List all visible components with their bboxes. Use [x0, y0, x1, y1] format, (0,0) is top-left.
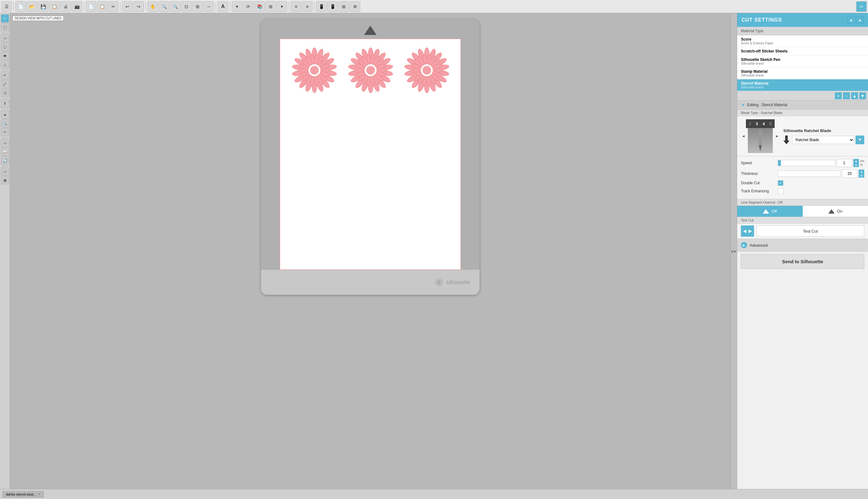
save-button[interactable]: 💾	[38, 1, 48, 12]
scroll-material-down-button[interactable]: ▼	[859, 93, 866, 99]
thickness-label: Thickness	[741, 171, 775, 176]
blade-type-icon	[783, 135, 790, 144]
cut-settings-panel: CUT SETTINGS ▲ ▲ Material Type Score Sco…	[737, 13, 868, 489]
panel2-btn[interactable]: 📖	[1, 148, 9, 156]
blade-num-5: 5	[767, 121, 774, 126]
overcut-off-button[interactable]: Off	[737, 206, 803, 217]
zoom-out-button[interactable]: 🔍	[170, 1, 181, 12]
rounded-rect-tool-btn[interactable]: ▢	[1, 43, 9, 51]
panel-next-button[interactable]: ▲	[856, 16, 864, 24]
poly-tool-btn[interactable]: △	[1, 60, 9, 69]
track-enhancing-checkbox[interactable]	[778, 188, 783, 194]
overcut-on-button[interactable]: On	[803, 206, 868, 217]
double-cut-checkbox[interactable]: ✓	[778, 180, 783, 186]
track-enhancing-row: Track Enhancing	[741, 188, 864, 194]
add-material-button[interactable]: +	[835, 93, 842, 99]
test-cut-navigate-button[interactable]: ◄►	[741, 226, 754, 237]
text-lt-btn[interactable]: T	[1, 100, 9, 108]
zoom-lt-btn[interactable]: 🔍	[1, 119, 9, 127]
thickness-up-button[interactable]: ▲	[859, 170, 864, 174]
redo-button[interactable]: ↪	[133, 1, 144, 12]
material-item-stamp[interactable]: Stamp Material Silhouette brand	[737, 68, 868, 79]
copy-button[interactable]: 📄	[86, 1, 96, 12]
material-item-sketch-pen[interactable]: Silhouette Sketch Pen Silhouette brand	[737, 56, 868, 68]
toolbar-separator-5	[216, 2, 216, 11]
fill-button[interactable]: ✦	[232, 1, 242, 12]
close-tab-button[interactable]: ×	[38, 492, 40, 497]
device2-button[interactable]: 📱	[327, 1, 338, 12]
pencil-tool-btn[interactable]: 🖊	[1, 80, 9, 88]
material-item-score[interactable]: Score Score & Emboss Paper	[737, 35, 868, 47]
align-button[interactable]: ≡	[291, 1, 301, 12]
material-name-stamp: Stamp Material	[741, 69, 864, 74]
speed-slider[interactable]	[778, 160, 835, 166]
text-button[interactable]: A	[218, 1, 228, 12]
file-tab[interactable]: dahlia stencil.stud... ×	[2, 491, 44, 497]
thickness-down-button[interactable]: ▼	[859, 174, 864, 178]
replicate-button[interactable]: ⊞	[265, 1, 276, 12]
collapse-panel-handle[interactable]: ▶▶	[731, 13, 737, 489]
lt-separator-4	[2, 109, 8, 109]
send-to-silhouette-button[interactable]: Send to Silhouette	[741, 254, 864, 269]
panel-prev-button[interactable]: ▲	[847, 16, 855, 24]
eraser-tool-btn[interactable]: ◫	[1, 89, 9, 97]
advanced-row[interactable]: ▶ Advanced	[737, 239, 868, 252]
menu-button[interactable]: ☰	[1, 1, 12, 12]
speed-up-button[interactable]: ▲	[853, 159, 859, 163]
blade-type-select[interactable]: Ratchet Blade	[792, 136, 854, 144]
fill-lt-btn[interactable]: ◈	[1, 111, 9, 119]
toolbar-separator-7	[289, 2, 289, 11]
collapse-icon: ▶▶	[732, 250, 736, 253]
zoom-window-button[interactable]: ⊞	[192, 1, 203, 12]
scroll-material-up-button[interactable]: ▲	[851, 93, 858, 99]
thickness-slider[interactable]	[778, 170, 841, 177]
select-tool-btn[interactable]: ↖	[1, 14, 9, 23]
undo-button[interactable]: ↩	[122, 1, 133, 12]
ellipse-tool-btn[interactable]: ⬬	[1, 51, 9, 60]
modify-button[interactable]: ✦	[277, 1, 287, 12]
align2-button[interactable]: ≡	[302, 1, 313, 12]
zoom-in-button[interactable]: 🔍	[159, 1, 169, 12]
material-item-stencil[interactable]: Stencil Material Silhouette brand	[737, 79, 868, 91]
dahlia-2	[346, 45, 395, 95]
panel-title: CUT SETTINGS	[742, 17, 782, 23]
print2-button[interactable]: 📠	[72, 1, 82, 12]
cut-lt-btn[interactable]: ✂	[1, 128, 9, 136]
blade-next-button[interactable]: ►	[775, 133, 780, 139]
pen-tool-btn[interactable]: ✏	[1, 71, 9, 79]
cut-settings-button[interactable]: ✂	[856, 1, 867, 12]
device-button[interactable]: 📱	[316, 1, 327, 12]
material-sub-score: Score & Emboss Paper	[741, 41, 864, 45]
node-tool-btn[interactable]: ◯	[1, 23, 9, 31]
test-cut-button[interactable]: Test Cut	[757, 226, 864, 237]
settings-button[interactable]: ⚙	[350, 1, 360, 12]
settings-area: Speed 1 ▲ ▼ cm/s Thic	[737, 156, 868, 199]
rotate-button[interactable]: ↔	[204, 1, 214, 12]
trace-button[interactable]: ⟳	[243, 1, 254, 12]
grid-button[interactable]: ⊞	[339, 1, 349, 12]
material-list: Score Score & Emboss Paper Scratch-off S…	[737, 35, 868, 92]
blade-image-wrapper: ◄ 2 3 4 5	[741, 119, 780, 153]
overcut-on-triangle-icon	[828, 209, 835, 214]
paste-button[interactable]: 📋	[97, 1, 107, 12]
panel-navigation-arrows: ▲ ▲	[847, 16, 864, 24]
open-button[interactable]: 📂	[26, 1, 37, 12]
blade-dropdown-button[interactable]: ▼	[856, 135, 864, 144]
bottom2-btn[interactable]: ▦	[1, 176, 9, 184]
saveas-button[interactable]: 📋	[49, 1, 60, 12]
pan-button[interactable]: ✋	[147, 1, 158, 12]
speed-input-wrapper: 1 ▲ ▼ cm/s	[778, 159, 864, 167]
cut-button[interactable]: ✂	[108, 1, 119, 12]
remove-material-button[interactable]: −	[843, 93, 850, 99]
panel1-btn[interactable]: ▭	[1, 139, 9, 147]
material-item-scratchoff[interactable]: Scratch-off Sticker Sheets	[737, 47, 868, 56]
print-button[interactable]: 🖨	[60, 1, 71, 12]
rect-tool-btn[interactable]: ▭	[1, 34, 9, 42]
blade-prev-button[interactable]: ◄	[741, 133, 746, 139]
panel3-btn[interactable]: 🔄	[1, 156, 9, 165]
new-button[interactable]: 📄	[15, 1, 26, 12]
bottom1-btn[interactable]: ▭	[1, 167, 9, 175]
speed-down-button[interactable]: ▼	[853, 163, 859, 167]
library-button[interactable]: 📚	[254, 1, 265, 12]
zoom-fit-button[interactable]: ⊡	[181, 1, 192, 12]
